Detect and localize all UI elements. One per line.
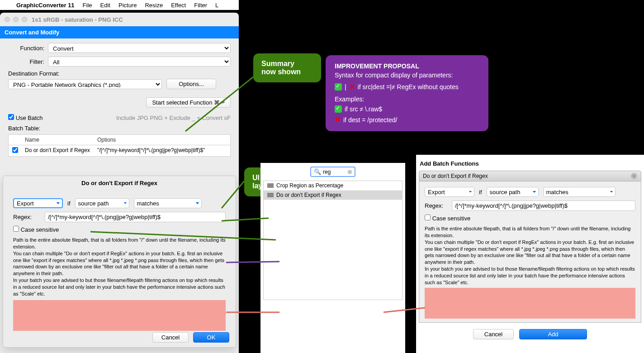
regex-input[interactable]: [45, 212, 226, 222]
menu-file[interactable]: File: [83, 2, 92, 9]
help-text: Path is the entire absolute filepath, th…: [13, 237, 226, 297]
cross-icon: ✕: [335, 115, 341, 124]
sheet-title: Do or don't Export if Regex: [3, 176, 236, 190]
clear-icon[interactable]: ⊗: [347, 168, 352, 175]
matches-select[interactable]: matches: [134, 198, 202, 208]
callout-proposal: IMPROVEMENT PROPOSAL Syntax for compact …: [326, 55, 488, 131]
if-label: if: [67, 200, 71, 207]
function-select[interactable]: Convert: [48, 43, 231, 53]
row-options: "/[^/]*my-keyword[^/]*\.(png|jpe?g|webp|…: [94, 145, 230, 156]
options-button[interactable]: Options...: [166, 79, 216, 89]
use-batch-checkbox[interactable]: Use Batch: [8, 114, 43, 121]
regex-input-r[interactable]: [452, 200, 635, 211]
start-function-button[interactable]: Start selected Function ⌘↩: [146, 97, 231, 108]
action-icon: [267, 183, 274, 188]
menu-resize[interactable]: Resize: [145, 2, 163, 9]
titlebar: 1s1 sRGB - saturation - PNG ICC: [0, 13, 239, 26]
function-label: Function:: [8, 45, 44, 52]
excess-padding-highlight-r: [425, 288, 635, 319]
cross-icon: ✕: [349, 82, 355, 91]
check-icon: [335, 83, 342, 91]
close-icon[interactable]: ×: [631, 173, 637, 179]
panel-body: Function: Convert Filter: All Destinatio…: [0, 38, 239, 161]
matches-select-r[interactable]: matches: [543, 187, 616, 197]
sourcepath-select-r[interactable]: source path: [487, 187, 539, 197]
list-item[interactable]: Crop Region as Percentage: [264, 181, 402, 191]
batch-summary: Include JPG PNG + Exclude _ + Convert sF: [116, 114, 231, 121]
sourcepath-select[interactable]: source path: [75, 198, 129, 208]
regex-label: Regex:: [13, 214, 40, 220]
minimize-icon[interactable]: [13, 17, 19, 22]
menubar: GraphicConverter 11 File Edit Picture Re…: [0, 0, 239, 10]
search-field[interactable]: 🔍 ⊗: [310, 167, 355, 177]
col-options: Options: [94, 135, 230, 145]
case-sensitive-checkbox-r[interactable]: Case sensitive: [425, 215, 470, 222]
add-button[interactable]: Add: [519, 329, 587, 339]
export-select-r[interactable]: Export: [425, 187, 474, 197]
filter-label: Filter:: [8, 58, 44, 65]
list-item-selected[interactable]: Do or don't Export if Regex: [264, 191, 402, 200]
help-text-r: Path is the entire absolute filepath, th…: [425, 225, 635, 286]
export-select[interactable]: Export: [13, 198, 63, 208]
col-name: Name: [21, 135, 94, 145]
menu-filter[interactable]: Filter: [194, 2, 207, 9]
menu-picture[interactable]: Picture: [118, 2, 137, 9]
regex-label-r: Regex:: [425, 202, 447, 209]
window-title: 1s1 sRGB - saturation - PNG ICC: [32, 16, 123, 23]
function-list-panel: 🔍 ⊗ Crop Region as Percentage Do or don'…: [260, 163, 405, 353]
cancel-button[interactable]: Cancel: [152, 332, 189, 343]
batch-table-label: Batch Table:: [8, 125, 231, 132]
excess-padding-highlight: [13, 300, 226, 331]
search-icon: 🔍: [314, 168, 321, 175]
add-batch-panel: Add Batch Functions Do or don't Export i…: [416, 155, 644, 353]
action-icon: [267, 193, 274, 197]
table-row[interactable]: Do or don't Export if Regex "/[^/]*my-ke…: [8, 145, 231, 157]
app-name[interactable]: GraphicConverter 11: [16, 2, 75, 9]
dest-format-select[interactable]: PNG - Portable Network Graphics (*.png): [8, 79, 162, 89]
traffic-lights: [5, 17, 27, 22]
row-name: Do or don't Export if Regex: [21, 145, 94, 156]
regex-sheet: Do or don't Export if Regex Export if so…: [3, 176, 236, 348]
add-batch-title: Add Batch Functions: [416, 155, 644, 171]
close-icon[interactable]: [5, 17, 10, 22]
if-label-r: if: [479, 189, 482, 196]
dest-label: Destination Format:: [8, 70, 231, 77]
menu-effect[interactable]: Effect: [171, 2, 186, 9]
section-header: Convert and Modify: [0, 26, 239, 38]
ok-button[interactable]: OK: [193, 332, 229, 343]
cancel-button-r[interactable]: Cancel: [473, 329, 514, 339]
case-sensitive-checkbox[interactable]: Case sensitive: [13, 226, 59, 233]
menu-cut[interactable]: L: [215, 2, 218, 9]
callout-summary: Summary now shown: [253, 53, 321, 82]
row-checkbox[interactable]: [12, 147, 18, 153]
popover-title: Do or don't Export if Regex ×: [419, 171, 641, 181]
check-icon: [335, 105, 342, 113]
zoom-icon[interactable]: [22, 17, 27, 22]
table-header: Name Options: [8, 134, 231, 145]
menu-edit[interactable]: Edit: [100, 2, 110, 9]
filter-select[interactable]: All: [48, 57, 231, 67]
